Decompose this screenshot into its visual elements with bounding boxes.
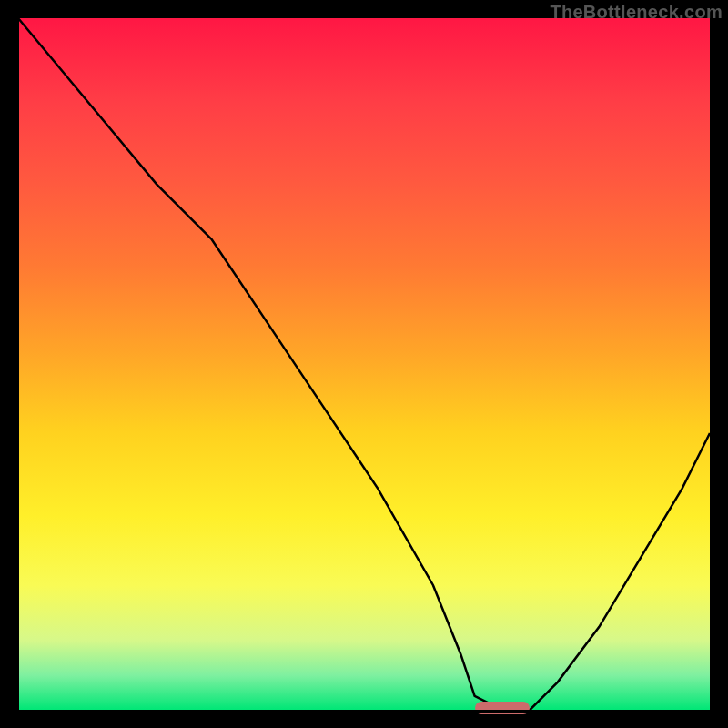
x-axis — [16, 710, 712, 713]
chart-container: TheBottleneck.com — [0, 0, 728, 728]
y-axis — [16, 18, 19, 712]
source-watermark: TheBottleneck.com — [550, 2, 723, 23]
bottleneck-curve — [18, 18, 710, 710]
curve-line — [18, 18, 710, 710]
